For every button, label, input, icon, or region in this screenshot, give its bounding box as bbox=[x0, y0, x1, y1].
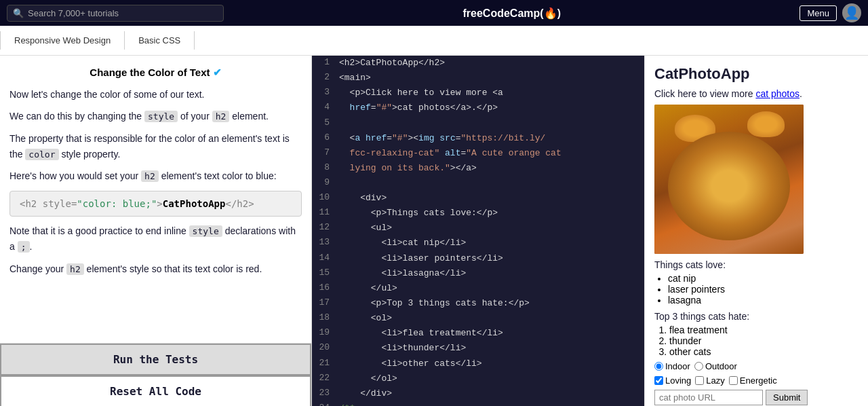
lesson-para-5: Note that it is a good practice to end i… bbox=[9, 223, 302, 255]
nav-right: Menu 👤 bbox=[800, 3, 861, 22]
editor-line-7: 7 fcc-relaxing-cat" alt="A cute orange c… bbox=[312, 146, 644, 161]
lesson-para-4: Here's how you would set your h2 element… bbox=[9, 168, 302, 184]
editor-line-19: 19 <li>flea treatment</li> bbox=[312, 326, 644, 341]
editor-line-11: 11 <p>Things cats love:</p> bbox=[312, 206, 644, 221]
lazy-checkbox[interactable] bbox=[695, 376, 704, 385]
editor-line-8: 8 lying on its back."></a> bbox=[312, 161, 644, 176]
editor-line-6: 6 <a href="#"><img src="https://bit.ly/ bbox=[312, 131, 644, 146]
code-example-block: <h2 style="color: blue;">CatPhotoApp</h2… bbox=[9, 191, 302, 217]
preview-title: CatPhotoApp bbox=[654, 65, 859, 83]
inline-code-h2-3: h2 bbox=[66, 263, 84, 275]
editor-line-12: 12 <ul> bbox=[312, 221, 644, 236]
run-tests-button[interactable]: Run the Tests bbox=[0, 344, 311, 375]
editor-line-13: 13 <li>cat nip</li> bbox=[312, 236, 644, 251]
editor-line-4: 4 href="#">cat photos</a>.</p> bbox=[312, 100, 644, 115]
inline-code-semicolon: ; bbox=[18, 241, 30, 253]
editor-line-2: 2 <main> bbox=[312, 71, 644, 86]
inline-code-h2-2: h2 bbox=[141, 170, 159, 182]
outdoor-radio-label[interactable]: Outdoor bbox=[694, 361, 737, 371]
editor-line-21: 21 <li>other cats</li> bbox=[312, 356, 644, 371]
energetic-label: Energetic bbox=[740, 375, 777, 386]
breadcrumb: Responsive Web Design Basic CSS bbox=[0, 26, 868, 56]
editor-line-9: 9 bbox=[312, 176, 644, 191]
editor-line-1: 1 <h2>CatPhotoApp</h2> bbox=[312, 56, 644, 71]
code-editor[interactable]: 1 <h2>CatPhotoApp</h2> 2 <main> 3 <p>Cli… bbox=[312, 56, 644, 406]
editor-line-14: 14 <li>laser pointers</li> bbox=[312, 251, 644, 266]
search-placeholder-text: Search 7,000+ tutorials bbox=[28, 8, 119, 18]
checkboxes-area-2: Loving Lazy Energetic bbox=[654, 375, 859, 386]
inline-code-style-2: style bbox=[189, 225, 222, 237]
editor-line-17: 17 <p>Top 3 things cats hate:</p> bbox=[312, 296, 644, 311]
editor-line-5: 5 bbox=[312, 116, 644, 131]
indoor-label: Indoor bbox=[665, 361, 690, 371]
submit-button[interactable]: Submit bbox=[766, 390, 808, 405]
editor-line-3: 3 <p>Click here to view more <a bbox=[312, 86, 644, 100]
cat-image bbox=[654, 105, 804, 254]
button-area: Run the Tests Reset All Code bbox=[0, 343, 311, 406]
check-icon: ✔ bbox=[213, 67, 222, 78]
loving-checkbox-label[interactable]: Loving bbox=[654, 375, 691, 386]
editor-line-10: 10 <div> bbox=[312, 191, 644, 206]
menu-button[interactable]: Menu bbox=[800, 5, 837, 21]
list-item: cat nip bbox=[668, 273, 859, 284]
lesson-title-text: Change the Color of Text bbox=[90, 67, 210, 78]
list-item: other cats bbox=[669, 346, 859, 357]
editor-line-24: 24 /** bbox=[312, 401, 644, 406]
editor-line-16: 16 </ul> bbox=[312, 281, 644, 296]
loving-checkbox[interactable] bbox=[654, 376, 663, 385]
cats-hate-list: flea treatment thunder other cats bbox=[669, 325, 859, 357]
cats-love-list: cat nip laser pointers lasagna bbox=[668, 273, 859, 306]
list-item: flea treatment bbox=[669, 325, 859, 335]
reset-code-button[interactable]: Reset All Code bbox=[0, 375, 311, 406]
outdoor-radio[interactable] bbox=[694, 362, 703, 371]
url-form: Submit bbox=[654, 390, 859, 405]
cat-photos-link[interactable]: cat photos bbox=[755, 88, 800, 99]
breadcrumb-basic-css[interactable]: Basic CSS bbox=[125, 31, 195, 50]
top-nav: 🔍 Search 7,000+ tutorials freeCodeCamp(🔥… bbox=[0, 0, 868, 26]
left-panel: Change the Color of Text ✔ Now let's cha… bbox=[0, 56, 312, 406]
lesson-para-1-text: Now let's change the color of some of ou… bbox=[9, 89, 205, 100]
lesson-content: Change the Color of Text ✔ Now let's cha… bbox=[0, 56, 311, 343]
indoor-radio-label[interactable]: Indoor bbox=[654, 361, 690, 371]
list-item: laser pointers bbox=[668, 284, 859, 295]
breadcrumb-responsive-web-design[interactable]: Responsive Web Design bbox=[0, 31, 125, 50]
loving-label: Loving bbox=[665, 375, 691, 386]
preview-intro: Click here to view more cat photos. bbox=[654, 88, 859, 99]
lesson-para-1: Now let's change the color of some of ou… bbox=[9, 87, 302, 102]
main-container: Change the Color of Text ✔ Now let's cha… bbox=[0, 56, 868, 406]
inline-code-style: style bbox=[144, 111, 178, 122]
site-title: freeCodeCamp(🔥) bbox=[224, 7, 800, 20]
inline-code-color: color bbox=[25, 149, 58, 160]
cats-hate-label: Top 3 things cats hate: bbox=[654, 311, 859, 322]
search-bar[interactable]: 🔍 Search 7,000+ tutorials bbox=[7, 5, 224, 22]
search-icon: 🔍 bbox=[13, 8, 24, 18]
editor-line-22: 22 </ol> bbox=[312, 371, 644, 386]
editor-line-23: 23 </div> bbox=[312, 386, 644, 401]
lazy-label: Lazy bbox=[706, 375, 724, 386]
indoor-radio[interactable] bbox=[654, 362, 663, 371]
url-input[interactable] bbox=[654, 390, 763, 405]
lazy-checkbox-label[interactable]: Lazy bbox=[695, 375, 724, 386]
cats-love-label: Things cats love: bbox=[654, 259, 859, 270]
avatar[interactable]: 👤 bbox=[842, 3, 861, 22]
energetic-checkbox-label[interactable]: Energetic bbox=[729, 375, 777, 386]
lesson-para-6: Change your h2 element's style so that i… bbox=[9, 261, 302, 277]
energetic-checkbox[interactable] bbox=[729, 376, 738, 385]
list-item: lasagna bbox=[668, 295, 859, 306]
editor-line-15: 15 <li>lasagna</li> bbox=[312, 266, 644, 281]
checkboxes-area: Indoor Outdoor bbox=[654, 361, 859, 371]
editor-line-18: 18 <ol> bbox=[312, 311, 644, 326]
inline-code-h2: h2 bbox=[212, 111, 230, 122]
editor-line-20: 20 <li>thunder</li> bbox=[312, 341, 644, 356]
lesson-para-3: The property that is responsible for the… bbox=[9, 131, 302, 162]
lesson-para-2: We can do this by changing the style of … bbox=[9, 109, 302, 124]
list-item: thunder bbox=[669, 335, 859, 346]
right-panel: CatPhotoApp Click here to view more cat … bbox=[644, 56, 868, 406]
outdoor-label: Outdoor bbox=[705, 361, 737, 371]
lesson-title: Change the Color of Text ✔ bbox=[9, 67, 302, 79]
